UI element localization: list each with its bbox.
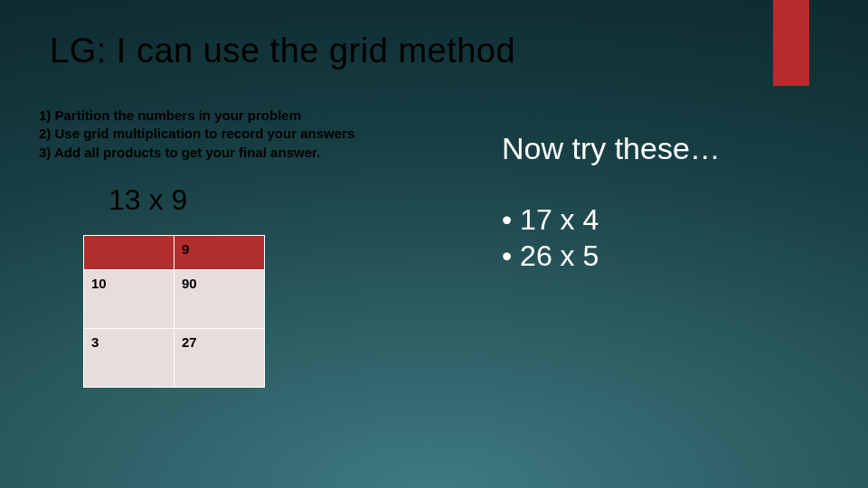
example-expression: 13 x 9 (108, 183, 187, 217)
try-these-list: 17 x 4 26 x 5 (502, 202, 599, 274)
grid-cell-value: 27 (175, 329, 265, 388)
grid-row-label: 10 (84, 270, 175, 329)
step-item: 3) Add all products to get your final an… (39, 144, 354, 162)
grid-col-header: 9 (175, 236, 265, 270)
try-item: 17 x 4 (502, 202, 599, 238)
step-item: 2) Use grid multiplication to record you… (39, 125, 354, 143)
try-item: 26 x 5 (502, 238, 599, 274)
now-try-heading: Now try these… (502, 131, 721, 166)
grid-row-label: 3 (84, 329, 175, 388)
page-title: LG: I can use the grid method (50, 32, 515, 70)
grid-cell-value: 90 (175, 270, 265, 329)
step-item: 1) Partition the numbers in your problem (39, 107, 354, 125)
multiplication-grid: 9 10 90 3 27 (83, 235, 265, 388)
grid-corner-cell (84, 236, 175, 270)
steps-list: 1) Partition the numbers in your problem… (39, 107, 354, 162)
accent-bar (773, 0, 809, 86)
